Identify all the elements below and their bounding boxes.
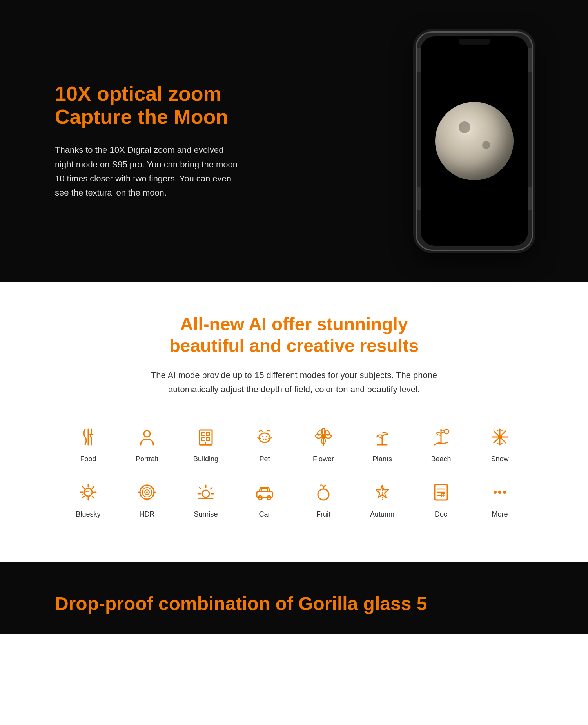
- svg-point-74: [494, 491, 497, 494]
- beach-icon: [432, 428, 450, 450]
- snow-label: Snow: [491, 455, 508, 463]
- svg-line-14: [269, 438, 272, 439]
- autumn-label: Autumn: [370, 510, 394, 518]
- ai-modes-row1: Food Portrait: [59, 420, 529, 475]
- fruit-label: Fruit: [316, 510, 330, 518]
- flower-label: Flower: [313, 455, 334, 463]
- pet-icon: [255, 428, 274, 450]
- ai-mode-autumn: Autumn: [353, 475, 412, 530]
- ai-mode-bluesky: Bluesky: [59, 475, 118, 530]
- ai-mode-pet: Pet: [235, 420, 294, 475]
- hdr-icon: [138, 483, 156, 505]
- svg-point-76: [503, 491, 506, 494]
- svg-point-65: [260, 497, 261, 498]
- ai-mode-building: Building: [176, 420, 235, 475]
- svg-point-67: [318, 489, 329, 500]
- svg-point-66: [268, 497, 270, 498]
- more-icon: [490, 483, 509, 505]
- svg-rect-5: [202, 432, 205, 435]
- ai-section-title: All-new AI offer stunningly beautiful an…: [39, 314, 549, 357]
- svg-point-2: [144, 431, 150, 437]
- svg-point-12: [266, 436, 267, 437]
- ai-mode-more: More: [470, 475, 529, 530]
- fruit-icon: [314, 483, 333, 505]
- ai-mode-portrait: Portrait: [118, 420, 176, 475]
- svg-point-10: [259, 433, 270, 442]
- sunrise-label: Sunrise: [194, 510, 218, 518]
- svg-rect-8: [207, 438, 210, 441]
- ai-section: All-new AI offer stunningly beautiful an…: [0, 282, 588, 562]
- doc-label: Doc: [435, 510, 447, 518]
- bluesky-icon: [79, 483, 98, 505]
- svg-point-11: [262, 436, 263, 437]
- svg-line-45: [92, 486, 94, 488]
- hero-section: 10X optical zoom Capture the Moon Thanks…: [0, 0, 588, 282]
- svg-rect-6: [207, 432, 210, 435]
- svg-line-57: [200, 488, 201, 489]
- sunrise-icon: [196, 483, 215, 505]
- food-icon: [79, 428, 98, 450]
- doc-icon: [432, 483, 450, 505]
- svg-rect-62: [261, 488, 268, 491]
- ai-modes-row2: Bluesky HDR: [59, 475, 529, 530]
- ai-section-description: The AI mode provide up to 15 different m…: [133, 368, 455, 396]
- drop-section: Drop-proof combination of Gorilla glass …: [0, 562, 588, 634]
- beach-label: Beach: [431, 455, 451, 463]
- portrait-label: Portrait: [136, 455, 158, 463]
- ai-mode-hdr: HDR: [118, 475, 176, 530]
- ai-mode-fruit: Fruit: [294, 475, 353, 530]
- car-label: Car: [259, 510, 270, 518]
- svg-line-13: [258, 438, 261, 439]
- phone-mockup: [416, 31, 541, 251]
- car-icon: [255, 483, 274, 505]
- svg-point-50: [146, 491, 148, 493]
- svg-rect-7: [202, 438, 205, 441]
- snow-icon: [490, 428, 509, 450]
- food-label: Food: [80, 455, 96, 463]
- ai-mode-snow: Snow: [470, 420, 529, 475]
- svg-line-43: [83, 486, 85, 488]
- svg-point-75: [498, 491, 501, 494]
- ai-mode-sunrise: Sunrise: [176, 475, 235, 530]
- moon-image: [435, 102, 514, 180]
- building-label: Building: [193, 455, 218, 463]
- ai-mode-plants: Plants: [353, 420, 412, 475]
- bluesky-label: Bluesky: [76, 510, 100, 518]
- hdr-label: HDR: [140, 510, 155, 518]
- svg-line-44: [92, 496, 94, 498]
- hero-description: Thanks to the 10X Digital zoom and evolv…: [55, 143, 243, 200]
- ai-mode-food: Food: [59, 420, 118, 475]
- hero-title: 10X optical zoom Capture the Moon: [55, 82, 243, 129]
- hero-text-block: 10X optical zoom Capture the Moon Thanks…: [55, 82, 243, 200]
- ai-mode-doc: Doc: [412, 475, 470, 530]
- phone-notch: [459, 39, 490, 45]
- svg-line-46: [83, 496, 85, 498]
- plants-icon: [373, 428, 392, 450]
- pet-label: Pet: [259, 455, 270, 463]
- portrait-icon: [138, 428, 156, 450]
- svg-line-58: [211, 488, 212, 489]
- ai-mode-flower: Flower: [294, 420, 353, 475]
- drop-title: Drop-proof combination of Gorilla glass …: [55, 593, 533, 614]
- autumn-icon: [373, 483, 392, 505]
- building-icon: [196, 428, 215, 450]
- plants-label: Plants: [372, 455, 392, 463]
- ai-mode-car: Car: [235, 475, 294, 530]
- ai-mode-beach: Beach: [412, 420, 470, 475]
- svg-point-55: [202, 490, 209, 497]
- flower-icon: [314, 428, 333, 450]
- more-label: More: [492, 510, 508, 518]
- phone-outer-frame: [416, 31, 533, 251]
- phone-screen: [421, 36, 528, 246]
